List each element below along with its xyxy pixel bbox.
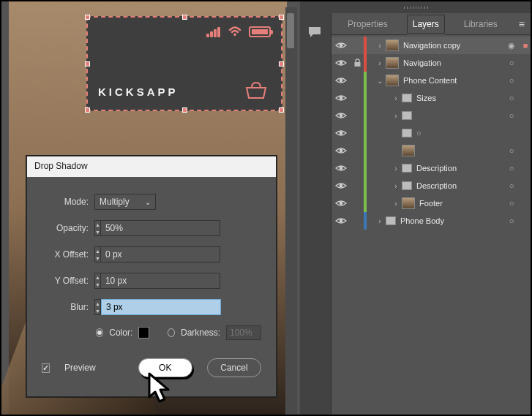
target-icon[interactable]: ○: [504, 111, 519, 120]
layer-row[interactable]: ›Navigation○: [331, 54, 532, 72]
darkness-label: Darkness:: [181, 328, 220, 338]
visibility-toggle[interactable]: [331, 111, 351, 120]
layer-row[interactable]: ›Phone Body○: [331, 212, 532, 230]
target-icon[interactable]: ○: [504, 76, 519, 85]
layer-color-bar: [364, 142, 367, 159]
layer-thumbnail: [402, 197, 415, 209]
mode-select[interactable]: Multiply ⌄: [94, 194, 156, 210]
target-icon[interactable]: ○: [504, 94, 519, 102]
disclosure-toggle[interactable]: ›: [390, 94, 402, 102]
blur-label: Blur:: [42, 302, 89, 312]
target-icon[interactable]: ○: [504, 146, 519, 155]
battery-icon: [249, 26, 271, 37]
color-swatch[interactable]: [138, 327, 149, 339]
svg-point-11: [340, 202, 343, 205]
selection-handle[interactable]: [182, 15, 187, 20]
svg-point-9: [340, 167, 343, 170]
svg-point-2: [340, 61, 343, 65]
target-icon[interactable]: ○: [504, 199, 519, 208]
layer-row[interactable]: ›Navigation copy◉■: [331, 37, 532, 54]
color-radio[interactable]: [96, 328, 103, 337]
mode-value: Multiply: [100, 197, 130, 207]
disclosure-toggle[interactable]: ›: [374, 59, 386, 67]
layer-row[interactable]: ›○: [331, 107, 532, 124]
canvas-area: KICKSAPP Drop Shadow Mode: Multiply ⌄ Op…: [1, 1, 296, 415]
opacity-stepper[interactable]: ▲▼: [94, 220, 101, 236]
tab-layers[interactable]: Layers: [407, 13, 445, 35]
disclosure-toggle[interactable]: ›: [374, 42, 386, 50]
selection-handle[interactable]: [279, 61, 284, 67]
panel-grip[interactable]: [300, 1, 532, 13]
drop-shadow-dialog: Drop Shadow Mode: Multiply ⌄ Opacity: ▲▼…: [26, 156, 277, 397]
layer-row[interactable]: ›Description○: [331, 177, 532, 194]
layer-thumbnail: [402, 94, 412, 102]
visibility-toggle[interactable]: [331, 129, 351, 137]
target-icon[interactable]: ○: [416, 129, 422, 137]
layer-name: Phone Content: [403, 76, 504, 85]
dialog-title: Drop Shadow: [27, 156, 276, 177]
layer-row[interactable]: ○: [331, 124, 532, 142]
blur-input[interactable]: [101, 299, 221, 315]
layer-thumbnail: [402, 181, 412, 190]
scrollbar-thumb[interactable]: [287, 13, 294, 48]
yoffset-label: Y Offset:: [42, 276, 89, 286]
brand-text: KICKSAPP: [98, 86, 179, 98]
selected-object-navigation-copy[interactable]: KICKSAPP: [86, 16, 282, 111]
target-icon[interactable]: ○: [504, 216, 519, 225]
layer-row[interactable]: ›Footer○: [331, 194, 532, 212]
layer-color-bar: [364, 72, 367, 89]
layer-color-bar: [364, 37, 367, 54]
disclosure-toggle[interactable]: ›: [390, 164, 402, 173]
selection-handle[interactable]: [279, 107, 284, 113]
yoffset-stepper[interactable]: ▲▼: [94, 273, 101, 289]
visibility-toggle[interactable]: [331, 76, 351, 85]
layer-thumbnail: [402, 129, 412, 137]
selection-handle[interactable]: [85, 15, 90, 20]
panel-menu-icon[interactable]: ≡: [519, 18, 525, 30]
layer-row[interactable]: ›Sizes○: [331, 89, 532, 107]
selection-handle[interactable]: [85, 107, 90, 113]
layer-row[interactable]: ○: [331, 142, 532, 159]
xoffset-label: X Offset:: [42, 249, 89, 260]
signal-icon: [206, 27, 221, 37]
visibility-toggle[interactable]: [331, 41, 351, 50]
selection-handle[interactable]: [279, 15, 284, 20]
layer-thumbnail: [386, 39, 399, 51]
target-icon[interactable]: ○: [504, 58, 519, 67]
visibility-toggle[interactable]: [331, 181, 351, 190]
yoffset-input[interactable]: [101, 273, 220, 289]
target-icon[interactable]: ○: [504, 164, 519, 173]
visibility-toggle[interactable]: [331, 164, 351, 173]
tab-libraries[interactable]: Libraries: [458, 13, 503, 35]
darkness-radio[interactable]: [168, 328, 175, 337]
visibility-toggle[interactable]: [331, 58, 351, 67]
tab-properties[interactable]: Properties: [342, 13, 394, 35]
svg-point-12: [340, 219, 343, 223]
xoffset-input[interactable]: [101, 246, 220, 262]
cancel-button[interactable]: Cancel: [207, 358, 261, 377]
preview-checkbox[interactable]: ✓: [42, 363, 50, 373]
disclosure-toggle[interactable]: ›: [390, 200, 402, 208]
visibility-toggle[interactable]: [331, 94, 351, 102]
xoffset-stepper[interactable]: ▲▼: [94, 246, 101, 262]
vertical-scrollbar[interactable]: [285, 7, 297, 416]
comments-panel-icon[interactable]: [304, 23, 325, 41]
visibility-toggle[interactable]: [331, 216, 351, 225]
selection-handle[interactable]: [182, 107, 187, 113]
opacity-input[interactable]: [101, 220, 220, 236]
target-icon[interactable]: ○: [504, 181, 519, 190]
lock-toggle[interactable]: [351, 58, 364, 67]
visibility-toggle[interactable]: [331, 199, 351, 208]
selection-handle[interactable]: [85, 61, 90, 67]
disclosure-toggle[interactable]: ⌄: [374, 77, 386, 85]
layer-color-bar: [364, 159, 367, 177]
disclosure-toggle[interactable]: ›: [390, 182, 402, 190]
ok-button[interactable]: OK: [138, 358, 192, 377]
visibility-toggle[interactable]: [331, 146, 351, 155]
layer-row[interactable]: ›Description○: [331, 159, 532, 177]
blur-stepper[interactable]: ▲▼: [94, 299, 101, 315]
target-icon[interactable]: ◉: [504, 41, 519, 50]
disclosure-toggle[interactable]: ›: [374, 217, 386, 225]
layer-row[interactable]: ⌄Phone Content○: [331, 72, 532, 89]
disclosure-toggle[interactable]: ›: [390, 112, 402, 120]
